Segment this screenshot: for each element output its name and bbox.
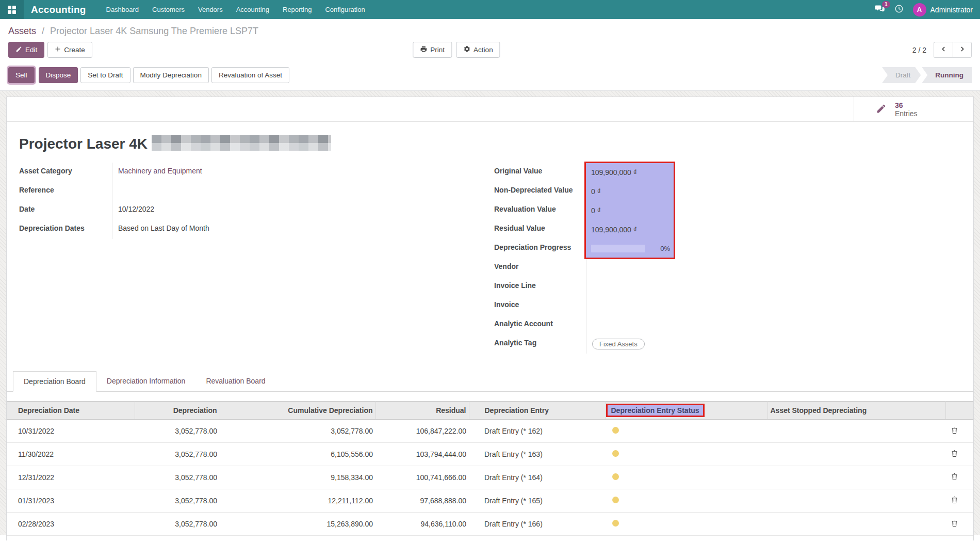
delete-row-button[interactable] [948, 426, 958, 436]
pencil-icon [876, 103, 887, 116]
col-depreciation-entry-status[interactable]: Depreciation Entry Status [606, 402, 767, 420]
pager-next-button[interactable] [953, 42, 972, 58]
table-row[interactable]: 02/28/2023 3,052,778.00 15,263,890.00 94… [7, 513, 973, 536]
app-title: Accounting [24, 0, 100, 19]
field-original-value: Original Value 109,900,000 ₫ [494, 163, 961, 182]
printer-icon [420, 45, 427, 54]
form-right-column: Original Value 109,900,000 ₫ Non-Depreci… [494, 163, 961, 354]
status-step-running[interactable]: Running [922, 67, 972, 83]
user-menu[interactable]: A Administrator [913, 3, 973, 17]
menu-configuration[interactable]: Configuration [318, 0, 371, 19]
delete-row-button[interactable] [948, 473, 958, 482]
delete-row-button[interactable] [948, 450, 958, 459]
print-button[interactable]: Print [413, 42, 452, 58]
status-step-draft[interactable]: Draft [882, 67, 921, 83]
col-depreciation[interactable]: Depreciation [135, 402, 220, 420]
messages-button[interactable]: 1 [875, 5, 885, 14]
menu-dashboard[interactable]: Dashboard [100, 0, 146, 19]
asset-stopped-cell [767, 443, 945, 466]
menu-reporting[interactable]: Reporting [276, 0, 318, 19]
clock-icon [894, 4, 904, 15]
delete-row-button[interactable] [948, 519, 958, 529]
menu-accounting[interactable]: Accounting [230, 0, 276, 19]
field-invoice-line: Invoice Line [494, 277, 961, 296]
table-row[interactable]: 11/30/2022 3,052,778.00 6,105,556.00 103… [7, 443, 973, 466]
tab-depreciation-board[interactable]: Depreciation Board [13, 371, 96, 392]
tab-depreciation-information[interactable]: Depreciation Information [96, 371, 196, 391]
residual-value: 109,900,000 ₫ [591, 226, 637, 234]
main-menu: Dashboard Customers Vendors Accounting R… [100, 0, 372, 19]
depreciation-progress-percent: 0% [660, 245, 670, 252]
menu-customers[interactable]: Customers [145, 0, 191, 19]
breadcrumb-current: Projector Laser 4K Samsung The Premiere … [50, 26, 258, 36]
field-residual-value: Residual Value 109,900,000 ₫ [494, 220, 961, 239]
control-panel: Assets / Projector Laser 4K Samsung The … [0, 19, 980, 91]
dispose-button[interactable]: Dispose [39, 67, 78, 83]
entries-stat-button[interactable]: 36 Entries [854, 97, 973, 121]
table-header-row: Depreciation Date Depreciation Cumulativ… [7, 402, 973, 420]
user-name: Administrator [930, 6, 973, 14]
field-analytic-tag: Analytic Tag Fixed Assets [494, 334, 961, 354]
depreciation-progress-bar [591, 245, 645, 252]
set-to-draft-button[interactable]: Set to Draft [80, 67, 130, 83]
non-depreciated-value: 0 ₫ [591, 187, 601, 196]
apps-menu-button[interactable] [0, 0, 24, 19]
edit-button[interactable]: Edit [8, 42, 44, 58]
pager-count: 2 / 2 [912, 46, 926, 54]
col-asset-stopped-depreciating[interactable]: Asset Stopped Depreciating [767, 402, 945, 420]
field-non-depreciated-value: Non-Depreciated Value 0 ₫ [494, 182, 961, 201]
col-residual[interactable]: Residual [375, 402, 469, 420]
statusbar: Draft Running [881, 67, 972, 83]
pencil-icon [15, 46, 22, 54]
plus-icon [55, 46, 61, 54]
redacted-title-text [152, 135, 331, 151]
field-asset-category: Asset Category Machinery and Equipment [19, 163, 486, 182]
table-row[interactable]: 01/31/2023 3,052,778.00 12,211,112.00 97… [7, 489, 973, 513]
entries-count: 36 [895, 101, 918, 109]
action-button[interactable]: Action [456, 42, 500, 58]
col-cumulative-depreciation[interactable]: Cumulative Depreciation [220, 402, 375, 420]
analytic-tag-pill[interactable]: Fixed Assets [592, 339, 645, 349]
button-box: 36 Entries [7, 97, 973, 122]
notebook-tabs: Depreciation Board Depreciation Informat… [7, 371, 973, 392]
trash-icon [951, 474, 958, 482]
col-depreciation-entry[interactable]: Depreciation Entry [469, 402, 606, 420]
table-row[interactable]: 12/31/2022 3,052,778.00 9,158,334.00 100… [7, 466, 973, 489]
entry-status-dot [612, 473, 619, 480]
breadcrumb-assets-link[interactable]: Assets [8, 26, 36, 36]
reference-value [112, 182, 486, 201]
field-date: Date 10/12/2022 [19, 201, 486, 220]
field-depreciation-dates: Depreciation Dates Based on Last Day of … [19, 220, 486, 239]
depreciation-board-table: Depreciation Date Depreciation Cumulativ… [7, 401, 973, 536]
form-left-column: Asset Category Machinery and Equipment R… [19, 163, 486, 354]
menu-vendors[interactable]: Vendors [191, 0, 230, 19]
trash-icon [951, 428, 958, 436]
sell-button[interactable]: Sell [8, 67, 35, 83]
trash-icon [951, 451, 958, 459]
asset-stopped-cell [767, 420, 945, 443]
asset-category-value[interactable]: Machinery and Equipment [112, 163, 486, 182]
tab-revaluation-board[interactable]: Revaluation Board [195, 371, 275, 391]
messages-badge: 1 [882, 1, 890, 8]
revaluation-of-asset-button[interactable]: Revaluation of Asset [211, 67, 289, 83]
pager-previous-button[interactable] [934, 42, 953, 58]
asset-stopped-cell [767, 466, 945, 489]
date-value: 10/12/2022 [112, 201, 486, 220]
asset-stopped-cell [767, 489, 945, 513]
field-vendor: Vendor [494, 258, 961, 277]
entry-status-dot [612, 450, 619, 457]
table-row[interactable]: 10/31/2022 3,052,778.00 3,052,778.00 106… [7, 420, 973, 443]
activities-button[interactable] [894, 4, 904, 15]
entry-status-dot [612, 427, 619, 434]
status-column-highlight: Depreciation Entry Status [606, 404, 705, 417]
delete-row-button[interactable] [948, 496, 958, 505]
modify-depreciation-button[interactable]: Modify Depreciation [133, 67, 209, 83]
asset-stopped-cell [767, 513, 945, 536]
entry-status-dot [612, 497, 619, 503]
analytic-account-value [586, 315, 961, 334]
field-reference: Reference [19, 182, 486, 201]
create-button[interactable]: Create [47, 42, 92, 58]
col-depreciation-date[interactable]: Depreciation Date [7, 402, 135, 420]
user-avatar: A [913, 3, 926, 17]
invoice-line-value [586, 277, 961, 296]
